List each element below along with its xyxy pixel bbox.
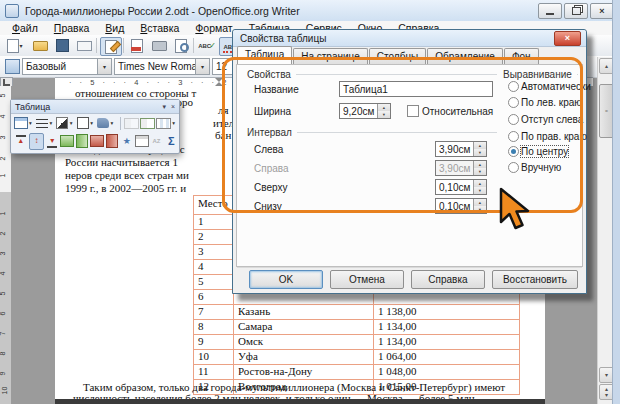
dialog-buttons: OK Отмена Справка Восстановить [233,270,578,289]
table-cell[interactable]: 1 064,00 [374,350,520,365]
export-pdf-button[interactable] [127,37,147,54]
chevron-down-icon[interactable]: ▾ [97,59,111,74]
table-cell[interactable]: Омск [234,335,374,350]
menu-item-view[interactable]: Вид [97,22,132,34]
ruler-number: 6 [0,312,6,316]
ok-button[interactable]: OK [249,270,323,289]
sort-icon: AZ [150,134,164,149]
delete-column-icon[interactable] [105,134,119,149]
table-cell[interactable]: 5 [194,275,234,290]
chevron-down-icon[interactable]: ▾ [195,59,209,74]
restore-icon [572,7,581,15]
menu-item-insert[interactable]: Вставка [132,22,187,34]
split-cells-icon[interactable] [140,116,155,131]
align-top-icon[interactable]: ▴ [14,134,28,149]
open-folder-icon [33,41,48,51]
open-button[interactable] [30,37,50,54]
ruler-number: 1 [0,212,6,216]
document-text-line: неров среди всех стран ми [65,169,189,181]
table-properties-icon[interactable] [135,134,149,149]
styles-button[interactable] [2,58,22,75]
line-style-icon[interactable] [36,116,49,131]
delete-row-icon[interactable] [90,134,104,149]
menu-item-file[interactable]: Файл [4,22,46,34]
vertical-scrollbar[interactable]: ▴ = ▾ ▴ ▾ [597,57,613,404]
insert-column-icon[interactable] [75,134,89,149]
table-cell[interactable]: 6 [194,290,234,305]
insert-table-icon[interactable] [14,116,28,131]
align-bottom-icon[interactable]: ▾ [45,134,59,149]
table-floating-toolbar[interactable]: Таблица ▾ × ▾ ▾ ▾ ▾ ▾ ▾ ▴ ↕ ▾ [10,99,180,154]
table-cell[interactable]: 1 134,00 [374,335,520,350]
dialog-close-button[interactable]: × [554,31,581,46]
sum-icon[interactable]: Σ [164,134,178,149]
ruler-number: 5 [0,94,6,98]
toolbar-separator [96,38,97,53]
table-cell[interactable]: 4 [194,260,234,275]
chevron-down-icon[interactable]: ▾ [90,120,96,126]
table-cell[interactable]: 3 [194,245,234,260]
table-cell[interactable]: 1 048,00 [374,365,520,380]
autoformat-icon[interactable]: ★ [120,134,134,149]
border-color-icon[interactable] [56,116,69,131]
toolbar-separator [193,38,194,53]
font-name-value: Times New Roman [115,61,195,72]
optimize-icon[interactable] [156,116,171,131]
paragraph-style-combo[interactable]: Базовый ▾ [22,58,112,75]
chevron-down-icon[interactable]: ▾ [19,43,22,49]
merge-cells-icon [124,116,139,131]
borders-icon[interactable] [77,116,90,131]
table-cell[interactable]: 7 [194,305,234,320]
cancel-button[interactable]: Отмена [330,270,404,289]
table-cell[interactable]: 2 [194,230,234,245]
print-button[interactable] [149,37,169,54]
save-button[interactable] [52,37,72,54]
edit-file-button[interactable] [100,37,122,56]
toolbar-menu-icon[interactable]: ▾ [162,103,166,111]
table-cell[interactable]: 9 [194,335,234,350]
table-cell[interactable]: 1 134,00 [374,320,520,335]
restore-button[interactable] [564,3,588,19]
chevron-down-icon[interactable]: ▾ [29,120,35,126]
minimize-icon [546,13,554,15]
chevron-down-icon[interactable]: ▾ [111,120,117,126]
toolbar-close-icon[interactable]: × [171,103,175,110]
check-icon: ✓ [209,41,216,50]
table-cell[interactable]: 11 [194,365,234,380]
styles-icon [5,59,20,74]
background-color-icon[interactable] [97,116,110,131]
tab-stop-icon [3,79,10,86]
table-cell[interactable]: Ростов-на-Дону [234,365,374,380]
chevron-down-icon[interactable]: ▾ [70,120,76,126]
table-cell[interactable]: Уфа [234,350,374,365]
font-name-combo[interactable]: Times New Roman ▾ [114,58,210,75]
help-button[interactable]: Справка [411,270,485,289]
table-cell[interactable]: 8 [194,320,234,335]
dialog-title: Свойства таблицы [240,33,326,44]
align-center-vertical-icon[interactable]: ↕ [29,133,45,150]
table-cell[interactable]: 1 138,00 [374,305,520,320]
writer-app-icon [5,4,19,18]
table-cell[interactable]: Самара [234,320,374,335]
spellcheck-button[interactable]: ABC ✓ [197,37,217,54]
ruler-number: 7 [0,332,6,336]
new-document-button[interactable]: ▾ [2,37,28,54]
table-cell[interactable]: 1 [194,215,234,230]
chevron-down-icon[interactable]: ▾ [172,120,178,126]
chevron-down-icon[interactable]: ▾ [49,120,55,126]
table-cell[interactable]: Казань [234,305,374,320]
table-toolbar-titlebar[interactable]: Таблица ▾ × [11,100,179,114]
insert-row-icon[interactable] [60,134,74,149]
dialog-titlebar[interactable]: Свойства таблицы × [233,30,586,47]
reset-button[interactable]: Восстановить [492,270,578,289]
close-window-button[interactable]: × [590,3,614,19]
ruler-number: 9 [0,372,6,376]
ruler-number: 1 [0,174,6,178]
table-toolbar-title: Таблица [15,102,50,112]
page-preview-button[interactable] [171,37,191,54]
email-button[interactable] [74,37,94,54]
ruler-number: 2 [0,157,6,161]
menu-item-edit[interactable]: Правка [46,22,97,34]
table-cell[interactable]: 10 [194,350,234,365]
minimize-button[interactable] [538,3,562,19]
